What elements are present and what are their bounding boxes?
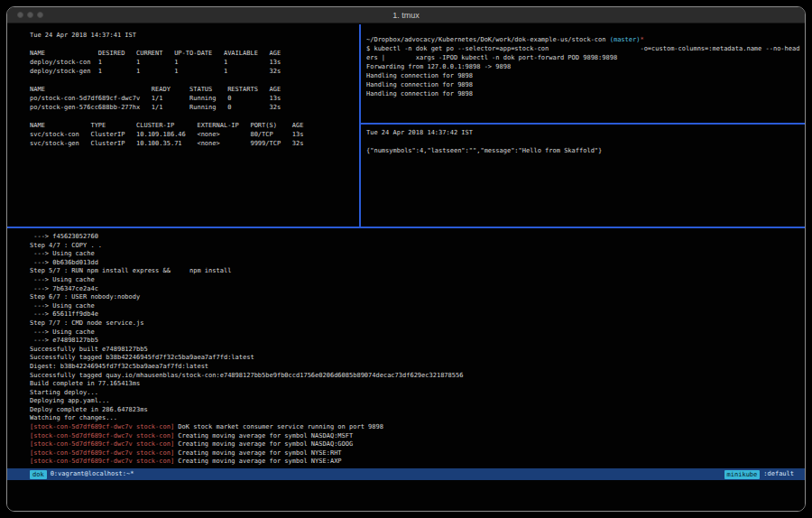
terminal-line: po/stock-con-5d7df689cf-dwc7v 1/1 Runnin… xyxy=(30,94,359,103)
pane-service-response[interactable]: Tue 24 Apr 2018 14:37:42 IST{"numsymbols… xyxy=(361,125,805,227)
terminal-line: {"numsymbols":4,"lastseen":"","message":… xyxy=(366,146,805,155)
terminal-line: ---> 65611ff9db4e xyxy=(30,310,805,319)
terminal-line: Step 6/7 : USER nobody:nobody xyxy=(30,293,805,302)
tmux-terminal: Tue 24 Apr 2018 14:37:41 ISTNAME DESIRED… xyxy=(7,24,805,511)
active-window-label[interactable]: 0:vagrant@localhost:~* xyxy=(51,468,134,480)
terminal-line: po/stock-gen-576cc688bb-277hx 1/1 Runnin… xyxy=(30,103,359,112)
terminal-line: Successfully tagged b38b42246945fd7f32c5… xyxy=(30,354,805,363)
status-bar-right: minikube :default xyxy=(724,468,794,480)
session-name-badge[interactable]: dok xyxy=(30,470,47,479)
terminal-line: Handling connection for 9898 xyxy=(366,71,805,80)
terminal-line: svc/stock-gen ClusterIP 10.100.35.71 <no… xyxy=(30,139,359,148)
terminal-line: Successfully built e74898127bb5 xyxy=(30,346,805,355)
top-pane-row: Tue 24 Apr 2018 14:37:41 ISTNAME DESIRED… xyxy=(7,24,805,227)
status-bar-left: dok 0:vagrant@localhost:~* xyxy=(30,468,134,480)
terminal-line: Watching for changes... xyxy=(30,414,805,423)
terminal-line: Step 4/7 : COPY . . xyxy=(30,242,805,251)
terminal-line: Forwarding from 127.0.0.1:9898 -> 9898 xyxy=(366,62,805,71)
pane-port-forward[interactable]: ~/Dropbox/advocacy/Kubernetes/DoK/work/d… xyxy=(361,24,805,123)
terminal-line: $ kubectl -n dok get po --selector=app=s… xyxy=(366,44,805,53)
terminal-line: svc/stock-con ClusterIP 10.109.186.46 <n… xyxy=(30,130,359,139)
terminal-line xyxy=(30,112,359,121)
terminal-line: [stock-con-5d7df689cf-dwc7v stock-con] D… xyxy=(30,423,805,432)
terminal-line: Digest: b38b42246945fd7f32c5ba9aea7af7fd… xyxy=(30,363,805,372)
terminal-line: NAME DESIRED CURRENT UP-TO-DATE AVAILABL… xyxy=(30,49,359,58)
terminal-line: ~/Dropbox/advocacy/Kubernetes/DoK/work/d… xyxy=(366,35,805,44)
terminal-window: 1. tmux Tue 24 Apr 2018 14:37:41 ISTNAME… xyxy=(6,6,806,512)
terminal-line: ---> Using cache xyxy=(30,276,805,285)
terminal-line: [stock-con-5d7df689cf-dwc7v stock-con] C… xyxy=(30,458,805,467)
terminal-line: ---> Using cache xyxy=(30,328,805,338)
terminal-line: ---> 0b636bd013dd xyxy=(30,259,805,268)
terminal-line: Step 5/7 : RUN npm install express && np… xyxy=(30,267,805,276)
terminal-line: deploy/stock-gen 1 1 1 1 32s xyxy=(30,67,359,76)
terminal-line: NAME TYPE CLUSTER-IP EXTERNAL-IP PORT(S)… xyxy=(30,121,359,130)
terminal-line: Deploying app.yaml... xyxy=(30,397,805,406)
terminal-line: ---> Using cache xyxy=(30,250,805,259)
kube-context-badge: minikube xyxy=(724,470,761,479)
terminal-line: ---> 7b6347ce2a4c xyxy=(30,285,805,294)
terminal-line: Tue 24 Apr 2018 14:37:41 IST xyxy=(30,31,359,40)
terminal-line: Deploy complete in 286.647823ms xyxy=(30,406,805,415)
terminal-line: deploy/stock-con 1 1 1 1 13s xyxy=(30,58,359,67)
terminal-line: NAME READY STATUS RESTARTS AGE xyxy=(30,85,359,94)
kube-namespace-label: :default xyxy=(763,468,794,480)
terminal-line: [stock-con-5d7df689cf-dwc7v stock-con] C… xyxy=(30,432,805,441)
terminal-line: Handling connection for 9898 xyxy=(366,89,805,98)
terminal-line: [stock-con-5d7df689cf-dwc7v stock-con] C… xyxy=(30,449,805,458)
terminal-line: Starting deploy... xyxy=(30,389,805,398)
right-pane-column: ~/Dropbox/advocacy/Kubernetes/DoK/work/d… xyxy=(361,24,805,227)
window-title: 1. tmux xyxy=(7,7,805,23)
terminal-line: ---> Using cache xyxy=(30,302,805,311)
tmux-status-bar: dok 0:vagrant@localhost:~* minikube :def… xyxy=(7,468,805,480)
terminal-line: Build complete in 77.165413ms xyxy=(30,380,805,389)
terminal-line xyxy=(30,40,359,49)
terminal-line: Step 7/7 : CMD node service.js xyxy=(30,319,805,328)
terminal-line: Tue 24 Apr 2018 14:37:42 IST xyxy=(366,128,805,137)
pane-kubectl-resources[interactable]: Tue 24 Apr 2018 14:37:41 ISTNAME DESIRED… xyxy=(7,24,359,227)
terminal-line: Successfully tagged quay.io/mhausenblas/… xyxy=(30,372,805,381)
pane-skaffold-build-log[interactable]: ---> f45623052760Step 4/7 : COPY . . ---… xyxy=(7,228,805,468)
window-titlebar[interactable]: 1. tmux xyxy=(7,7,805,23)
terminal-line: ---> e74898127bb5 xyxy=(30,337,805,346)
terminal-line: [stock-con-5d7df689cf-dwc7v stock-con] C… xyxy=(30,440,805,449)
terminal-line: ---> f45623052760 xyxy=(30,233,805,242)
terminal-line xyxy=(366,137,805,146)
terminal-line: Handling connection for 9898 xyxy=(366,80,805,89)
terminal-line: ers | xargs -IPOD kubectl -n dok port-fo… xyxy=(366,53,805,62)
terminal-line xyxy=(30,76,359,85)
